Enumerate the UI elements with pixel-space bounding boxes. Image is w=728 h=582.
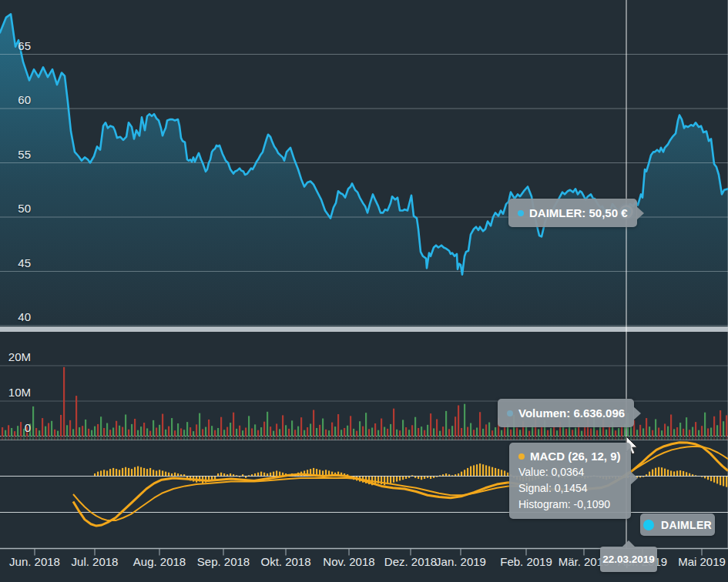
volume-bar bbox=[716, 425, 718, 436]
macd-histogram-bar bbox=[470, 467, 471, 477]
volume-bar bbox=[103, 428, 105, 436]
legend-instrument-badge[interactable]: DAIMLER bbox=[640, 513, 715, 536]
volume-bar bbox=[276, 423, 277, 436]
volume-bar bbox=[304, 430, 305, 436]
volume-bar bbox=[525, 426, 527, 436]
volume-bar bbox=[223, 430, 225, 436]
volume-bar bbox=[20, 422, 22, 436]
volume-bar-stub bbox=[112, 437, 114, 440]
macd-histogram-bar bbox=[254, 473, 256, 477]
volume-bar bbox=[29, 423, 31, 436]
macd-histogram-bar bbox=[390, 477, 391, 483]
volume-bar-stub bbox=[270, 437, 271, 440]
volume-bar-stub bbox=[310, 437, 311, 440]
volume-bar-stub bbox=[260, 437, 262, 440]
volume-bar bbox=[174, 430, 176, 436]
volume-bar bbox=[177, 423, 179, 436]
macd-histogram-bar bbox=[501, 470, 502, 476]
volume-bar bbox=[273, 431, 274, 436]
volume-bar-stub bbox=[572, 437, 573, 440]
volume-bar bbox=[495, 427, 496, 436]
macd-histogram-bar bbox=[263, 473, 265, 477]
volume-bar bbox=[39, 430, 40, 436]
macd-histogram-bar bbox=[174, 473, 176, 477]
volume-bar-stub bbox=[658, 437, 659, 440]
volume-bar-stub bbox=[451, 437, 453, 440]
volume-bar bbox=[193, 431, 194, 436]
macd-histogram-bar bbox=[418, 477, 419, 480]
volume-bar-stub bbox=[168, 437, 169, 440]
volume-bar-stub bbox=[532, 437, 533, 440]
volume-bar bbox=[128, 430, 129, 436]
macd-tooltip: MACD (26, 12, 9) Value: 0,0364 Signal: 0… bbox=[509, 443, 631, 519]
macd-histogram-bar bbox=[713, 477, 715, 483]
volume-bar bbox=[655, 419, 656, 436]
volume-bar-stub bbox=[285, 437, 287, 440]
volume-bar bbox=[359, 421, 361, 436]
volume-bar bbox=[94, 426, 96, 436]
volume-bar-stub bbox=[245, 437, 247, 440]
volume-bar bbox=[2, 427, 3, 436]
volume-bar-stub bbox=[156, 437, 157, 440]
volume-bar-stub bbox=[236, 437, 237, 440]
volume-bar-stub bbox=[464, 437, 465, 440]
volume-bar-stub bbox=[313, 437, 314, 440]
volume-bar-stub bbox=[128, 437, 129, 440]
volume-bar bbox=[153, 420, 154, 436]
volume-bar-stub bbox=[233, 437, 234, 440]
volume-bar-stub bbox=[362, 437, 364, 440]
volume-bar bbox=[599, 427, 601, 436]
volume-bar-stub bbox=[455, 437, 456, 440]
volume-bar-stub bbox=[199, 437, 200, 440]
volume-bar-stub bbox=[726, 437, 727, 440]
volume-bar-stub bbox=[316, 437, 317, 440]
volume-bar bbox=[42, 418, 43, 436]
volume-bar bbox=[590, 428, 592, 436]
volume-bar bbox=[183, 430, 185, 436]
macd-histogram-bar bbox=[467, 468, 468, 477]
volume-bar-stub bbox=[636, 437, 638, 440]
volume-bar-stub bbox=[334, 437, 336, 440]
volume-bar-stub bbox=[525, 437, 527, 440]
macd-tooltip-histogram: Histogram: -0,1090 bbox=[518, 497, 622, 513]
volume-bar bbox=[331, 423, 333, 436]
volume-bar bbox=[572, 430, 573, 436]
volume-bar-stub bbox=[377, 437, 379, 440]
volume-bar bbox=[242, 430, 243, 436]
volume-bar-stub bbox=[214, 437, 216, 440]
volume-bar-stub bbox=[35, 437, 37, 440]
volume-bar-stub bbox=[344, 437, 345, 440]
volume-bar-stub bbox=[535, 437, 536, 440]
volume-bar-stub bbox=[242, 437, 243, 440]
volume-bar bbox=[479, 412, 481, 436]
macd-histogram-bar bbox=[257, 473, 259, 477]
volume-bar bbox=[371, 428, 373, 437]
volume-bar-stub bbox=[159, 437, 160, 440]
volume-bar bbox=[683, 429, 684, 436]
volume-bar bbox=[248, 416, 250, 436]
volume-bar bbox=[467, 427, 468, 436]
volume-bar-stub bbox=[565, 437, 567, 440]
volume-bar-stub bbox=[584, 437, 585, 440]
macd-histogram-bar bbox=[445, 473, 447, 477]
volume-bar bbox=[402, 420, 404, 436]
volume-bar-stub bbox=[448, 437, 450, 440]
volume-bar-stub bbox=[143, 437, 145, 440]
volume-bar bbox=[233, 413, 234, 436]
volume-bar-stub bbox=[562, 437, 564, 440]
volume-bar bbox=[368, 429, 370, 436]
volume-bar-stub bbox=[504, 437, 505, 440]
volume-bar bbox=[251, 428, 253, 436]
macd-histogram-bar bbox=[125, 467, 126, 477]
macd-histogram-bar bbox=[276, 470, 277, 476]
volume-bar bbox=[254, 424, 256, 436]
macd-histogram-bar bbox=[667, 470, 669, 476]
volume-bar bbox=[66, 425, 68, 436]
volume-bar-stub bbox=[319, 437, 320, 440]
volume-tooltip: Volumen: 6.636.096 bbox=[498, 399, 634, 427]
macd-histogram-bar bbox=[223, 473, 225, 477]
volume-bar bbox=[245, 428, 247, 437]
volume-bar bbox=[8, 425, 9, 436]
panel-separator[interactable] bbox=[0, 327, 728, 332]
volume-bar bbox=[501, 430, 502, 436]
